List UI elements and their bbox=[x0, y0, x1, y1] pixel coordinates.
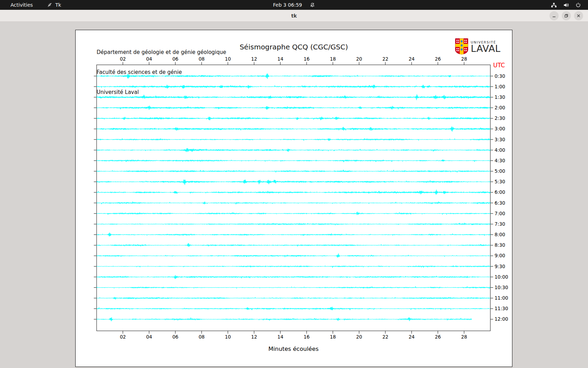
seismo-trace bbox=[97, 85, 490, 89]
activities-button[interactable]: Activities bbox=[8, 1, 35, 8]
seismo-trace bbox=[97, 106, 490, 110]
utc-time-label: 0:30 bbox=[495, 73, 505, 79]
seismo-trace bbox=[97, 180, 490, 185]
x-tick-label-top: 10 bbox=[225, 56, 231, 62]
seismo-trace bbox=[97, 117, 490, 120]
seismo-trace bbox=[97, 318, 472, 321]
system-status-area[interactable] bbox=[551, 0, 588, 10]
utc-time-label: 11:00 bbox=[495, 295, 508, 301]
utc-time-label: 12:00 bbox=[495, 316, 508, 322]
seismo-trace bbox=[97, 307, 490, 310]
x-tick-label-top: 02 bbox=[120, 56, 126, 62]
seismo-trace bbox=[97, 170, 490, 173]
x-tick-label-top: 20 bbox=[356, 56, 362, 62]
gnome-top-bar: Activities Tk Feb 3 06:59 bbox=[0, 0, 588, 10]
seismo-trace bbox=[97, 138, 490, 141]
x-tick-label-top: 08 bbox=[198, 56, 204, 62]
utc-time-label: 7:30 bbox=[495, 221, 505, 227]
x-tick-label-bottom: 18 bbox=[330, 334, 336, 340]
seismo-trace bbox=[97, 253, 490, 258]
network-wired-icon bbox=[551, 2, 557, 8]
seismo-trace bbox=[97, 223, 490, 225]
utc-time-label: 9:30 bbox=[495, 264, 505, 269]
x-tick-label-bottom: 24 bbox=[408, 334, 414, 340]
seismo-trace bbox=[97, 243, 490, 247]
maximize-button[interactable] bbox=[562, 11, 571, 20]
seismo-trace bbox=[97, 148, 490, 152]
x-tick-label-bottom: 06 bbox=[172, 334, 178, 340]
utc-time-label: 6:30 bbox=[495, 200, 505, 206]
utc-time-label: 11:30 bbox=[495, 306, 508, 311]
seismo-trace bbox=[97, 212, 490, 215]
utc-time-label: 6:00 bbox=[495, 189, 505, 195]
x-tick-label-top: 14 bbox=[277, 56, 283, 62]
seismogram-plot: 0202040406060808101012121414161618182020… bbox=[76, 30, 512, 367]
seismo-trace bbox=[97, 127, 490, 132]
x-tick-label-bottom: 04 bbox=[146, 334, 152, 340]
utc-time-label: 4:30 bbox=[495, 158, 505, 163]
close-button[interactable] bbox=[574, 11, 583, 20]
utc-time-label: 1:30 bbox=[495, 94, 505, 100]
seismograph-canvas: Département de géologie et de génie géol… bbox=[75, 30, 512, 367]
seismo-trace bbox=[97, 275, 490, 279]
utc-time-label: 7:00 bbox=[495, 211, 505, 216]
x-tick-label-bottom: 12 bbox=[251, 334, 257, 340]
x-tick-label-bottom: 10 bbox=[225, 334, 231, 340]
x-tick-label-top: 24 bbox=[408, 56, 414, 62]
tk-window-body: Département de géologie et de génie géol… bbox=[0, 22, 588, 368]
x-tick-label-bottom: 20 bbox=[356, 334, 362, 340]
x-tick-label-top: 28 bbox=[461, 56, 467, 62]
x-tick-label-top: 06 bbox=[172, 56, 178, 62]
plot-frame bbox=[97, 65, 490, 331]
utc-time-label: 10:00 bbox=[495, 274, 508, 280]
utc-time-label: 8:30 bbox=[495, 242, 505, 248]
power-icon bbox=[575, 2, 581, 8]
tk-feather-icon bbox=[47, 2, 52, 8]
utc-time-label: 1:00 bbox=[495, 84, 505, 89]
x-tick-label-top: 12 bbox=[251, 56, 257, 62]
seismo-trace bbox=[97, 159, 490, 162]
x-tick-label-bottom: 14 bbox=[277, 334, 283, 340]
seismo-trace bbox=[97, 233, 490, 237]
app-menu[interactable]: Tk bbox=[47, 2, 61, 8]
seismo-trace bbox=[97, 74, 490, 79]
utc-time-label: 10:30 bbox=[495, 285, 508, 290]
utc-time-label: 8:00 bbox=[495, 232, 505, 237]
x-tick-label-bottom: 08 bbox=[198, 334, 204, 340]
x-tick-label-bottom: 26 bbox=[435, 334, 441, 340]
minimize-button[interactable] bbox=[550, 11, 559, 20]
seismo-trace bbox=[97, 202, 490, 204]
x-tick-label-top: 04 bbox=[146, 56, 152, 62]
utc-time-label: 5:30 bbox=[495, 179, 505, 184]
utc-axis-label: UTC bbox=[493, 62, 505, 69]
utc-time-label: 9:00 bbox=[495, 253, 505, 258]
x-tick-label-bottom: 16 bbox=[303, 334, 309, 340]
x-tick-label-top: 18 bbox=[330, 56, 336, 62]
seismo-trace bbox=[97, 94, 490, 100]
seismo-trace bbox=[97, 297, 490, 300]
seismo-trace bbox=[97, 190, 490, 195]
utc-time-label: 4:00 bbox=[495, 147, 505, 153]
x-tick-label-top: 22 bbox=[382, 56, 388, 62]
x-tick-label-bottom: 02 bbox=[120, 334, 126, 340]
x-tick-label-top: 16 bbox=[303, 56, 309, 62]
utc-time-label: 2:00 bbox=[495, 105, 505, 110]
volume-icon bbox=[563, 2, 569, 8]
utc-time-label: 3:30 bbox=[495, 137, 505, 142]
clock-label: Feb 3 06:59 bbox=[273, 2, 302, 8]
notifications-muted-icon bbox=[310, 2, 315, 8]
app-menu-label: Tk bbox=[55, 2, 61, 8]
x-tick-label-top: 26 bbox=[435, 56, 441, 62]
x-axis-title: Minutes écoulées bbox=[268, 346, 318, 352]
utc-time-label: 5:00 bbox=[495, 168, 505, 174]
utc-time-label: 3:00 bbox=[495, 126, 505, 131]
window-title: tk bbox=[0, 10, 588, 22]
x-tick-label-bottom: 22 bbox=[382, 334, 388, 340]
x-tick-label-bottom: 28 bbox=[461, 334, 467, 340]
clock-menu[interactable]: Feb 3 06:59 bbox=[273, 2, 315, 8]
window-titlebar[interactable]: tk bbox=[0, 10, 588, 22]
utc-time-label: 2:30 bbox=[495, 115, 505, 121]
seismo-trace bbox=[97, 265, 490, 267]
seismo-trace bbox=[97, 286, 490, 288]
